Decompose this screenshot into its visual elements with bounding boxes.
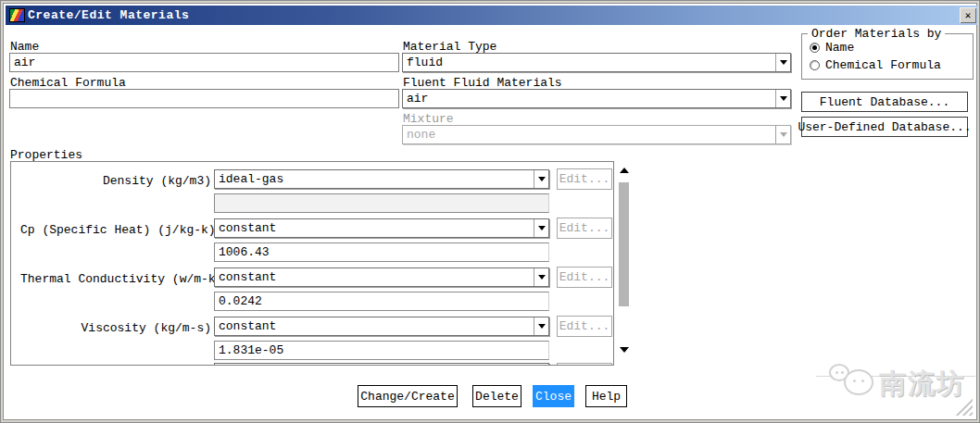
scroll-down-icon[interactable] [620, 346, 629, 354]
density-label: Density (kg/m3) [20, 174, 211, 188]
density-value-field [214, 193, 549, 213]
close-button[interactable]: Close [533, 385, 574, 407]
radio-icon[interactable] [810, 60, 820, 70]
viscosity-method-dropdown[interactable]: constant [214, 317, 549, 336]
scroll-up-icon[interactable] [620, 167, 629, 174]
scrollbar-thumb[interactable] [619, 182, 629, 306]
material-type-label: Material Type [403, 40, 496, 54]
help-button[interactable]: Help [585, 385, 627, 407]
fluent-fluid-materials-value: air [403, 92, 775, 106]
delete-button[interactable]: Delete [472, 385, 521, 407]
cp-label: Cp (Specific Heat) (j/kg-k) [20, 223, 211, 237]
close-icon[interactable]: ✕ [960, 7, 976, 23]
density-edit-button: Edit... [557, 168, 612, 190]
chevron-down-icon[interactable] [534, 170, 548, 188]
name-label: Name [10, 40, 39, 54]
mixture-dropdown: none [402, 125, 791, 144]
fluent-fluid-materials-label: Fluent Fluid Materials [403, 76, 562, 90]
mixture-label: Mixture [403, 112, 454, 126]
next-property-edit-clipped [557, 363, 612, 366]
order-by-chemical-formula-radio[interactable]: Chemical Formula [810, 58, 941, 72]
name-input[interactable] [9, 53, 399, 72]
fluent-app-icon [9, 8, 25, 22]
watermark-logo: 南流坊 [816, 364, 975, 421]
cp-edit-button: Edit... [557, 218, 612, 239]
dialog-title: Create/Edit Materials [28, 8, 189, 22]
density-method-dropdown[interactable]: ideal-gas [214, 169, 549, 189]
chevron-down-icon[interactable] [775, 54, 790, 71]
mixture-value: none [403, 128, 775, 142]
viscosity-label: Viscosity (kg/m-s) [20, 321, 211, 335]
user-defined-database-button[interactable]: User-Defined Database... [801, 117, 968, 137]
chevron-down-icon[interactable] [534, 219, 548, 237]
order-materials-by-title: Order Materials by [808, 27, 945, 41]
properties-panel: Density (kg/m3) ideal-gas Edit... Cp (Sp… [10, 161, 614, 366]
order-by-name-radio[interactable]: Name [810, 41, 854, 55]
material-type-dropdown[interactable]: fluid [402, 53, 791, 72]
thermal-conductivity-label: Thermal Conductivity (w/m-k) [20, 272, 211, 286]
chevron-down-icon[interactable] [775, 90, 790, 107]
viscosity-value-field[interactable]: 1.831e-05 [214, 341, 549, 360]
order-by-chemical-formula-label: Chemical Formula [825, 58, 941, 72]
thermal-conductivity-method-dropdown[interactable]: constant [214, 267, 549, 287]
watermark-text: 南流坊 [879, 366, 965, 403]
thermal-conductivity-value-field[interactable]: 0.0242 [214, 292, 549, 311]
chemical-formula-input[interactable] [9, 89, 399, 108]
chevron-down-icon[interactable] [534, 268, 548, 286]
next-property-dropdown-clipped [214, 363, 549, 366]
fluent-fluid-materials-dropdown[interactable]: air [402, 89, 791, 108]
thermal-conductivity-edit-button: Edit... [557, 267, 612, 288]
fluent-database-button[interactable]: Fluent Database... [801, 92, 968, 112]
material-type-value: fluid [403, 56, 775, 69]
order-by-name-label: Name [825, 41, 854, 55]
cp-value-field[interactable]: 1006.43 [214, 243, 549, 262]
order-materials-by-group: Order Materials by Name Chemical Formula [801, 33, 974, 80]
title-bar[interactable]: Create/Edit Materials ✕ [6, 6, 980, 25]
viscosity-edit-button: Edit... [557, 316, 612, 337]
chevron-down-icon[interactable] [534, 317, 548, 335]
properties-label: Properties [10, 148, 82, 162]
create-edit-materials-dialog: Create/Edit Materials ✕ Name Chemical Fo… [0, 0, 980, 423]
cp-method-dropdown[interactable]: constant [214, 218, 549, 238]
change-create-button[interactable]: Change/Create [358, 385, 458, 407]
properties-scrollbar[interactable] [618, 163, 631, 366]
radio-icon[interactable] [810, 43, 820, 53]
chat-bubble-icon [844, 369, 873, 395]
chemical-formula-label: Chemical Formula [10, 76, 126, 90]
chevron-down-icon [775, 126, 790, 143]
